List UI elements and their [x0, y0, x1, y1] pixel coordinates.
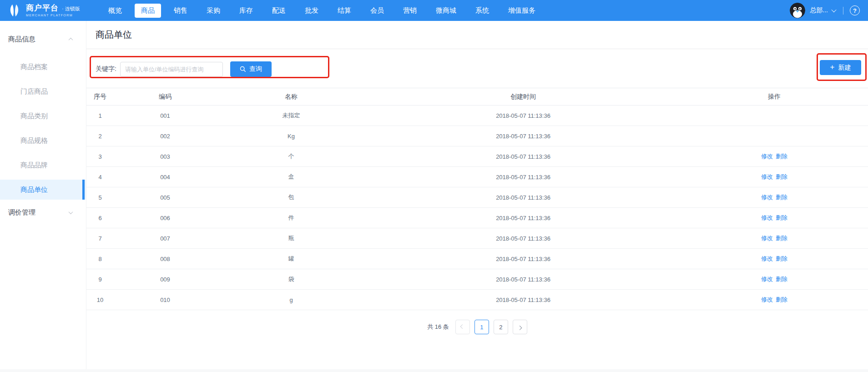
- cell-code: 010: [114, 290, 217, 310]
- cell-name: Kg: [217, 126, 366, 146]
- nav-item-11[interactable]: 微商城: [429, 4, 463, 18]
- table-row: 10010g2018-05-07 11:13:36修改删除: [86, 290, 868, 310]
- cell-actions: 修改删除: [681, 208, 868, 228]
- edit-link[interactable]: 修改: [761, 255, 773, 262]
- delete-link[interactable]: 删除: [776, 173, 787, 180]
- pagination-next-button[interactable]: [513, 320, 527, 334]
- sidebar-item[interactable]: 商品品牌: [0, 155, 86, 175]
- pagination-page-1[interactable]: 1: [474, 320, 489, 334]
- cell-name: 瓶: [217, 228, 366, 249]
- nav-item-8[interactable]: 结算: [331, 4, 358, 18]
- sidebar-group-label: 商品信息: [8, 35, 35, 44]
- query-button-label: 查询: [249, 65, 262, 73]
- sidebar-items: 商品档案门店商品商品类别商品规格商品品牌商品单位: [0, 57, 86, 200]
- cell-created: 2018-05-07 11:13:36: [366, 167, 681, 187]
- sidebar-item[interactable]: 商品档案: [0, 57, 86, 77]
- cell-actions: 修改删除: [681, 187, 868, 208]
- cell-code: 008: [114, 249, 217, 269]
- horizontal-scrollbar: [0, 369, 868, 372]
- nav-item-13[interactable]: 增值服务: [502, 4, 542, 18]
- search-icon: [240, 66, 246, 72]
- cell-code: 001: [114, 106, 217, 126]
- cell-code: 002: [114, 126, 217, 146]
- pagination-prev-button[interactable]: [455, 320, 470, 334]
- nav-item-1[interactable]: 概览: [102, 4, 128, 18]
- nav-item-3[interactable]: 销售: [167, 4, 194, 18]
- brand-text: 商户平台 · 连锁版 MERCHANT PLATFORM: [26, 4, 80, 17]
- cell-index: 10: [86, 290, 114, 310]
- cell-created: 2018-05-07 11:13:36: [366, 126, 681, 146]
- cell-index: 6: [86, 208, 114, 228]
- sidebar-item[interactable]: 商品类别: [0, 106, 86, 126]
- edit-link[interactable]: 修改: [761, 235, 773, 241]
- edit-link[interactable]: 修改: [761, 214, 773, 221]
- query-button[interactable]: 查询: [230, 61, 272, 77]
- edit-link[interactable]: 修改: [761, 153, 773, 160]
- cell-actions: 修改删除: [681, 290, 868, 310]
- topbar-divider: [843, 7, 843, 15]
- table-row: 1001未指定2018-05-07 11:13:36: [86, 106, 868, 126]
- cell-code: 009: [114, 269, 217, 290]
- table-body: 1001未指定2018-05-07 11:13:362002Kg2018-05-…: [86, 106, 868, 310]
- help-button[interactable]: ?: [850, 5, 860, 15]
- cell-name: 件: [217, 208, 366, 228]
- user-name[interactable]: 总部...: [810, 6, 828, 15]
- cell-index: 4: [86, 167, 114, 187]
- delete-link[interactable]: 删除: [776, 255, 787, 262]
- cell-created: 2018-05-07 11:13:36: [366, 187, 681, 208]
- nav-item-6[interactable]: 配送: [266, 4, 292, 18]
- nav-item-9[interactable]: 会员: [364, 4, 390, 18]
- nav-item-4[interactable]: 采购: [200, 4, 227, 18]
- cell-name: 盒: [217, 167, 366, 187]
- nav-item-7[interactable]: 批发: [298, 4, 325, 18]
- chevron-down-icon[interactable]: [831, 7, 836, 12]
- sidebar-item[interactable]: 商品单位: [0, 180, 86, 200]
- cell-actions: 修改删除: [681, 269, 868, 290]
- nav-item-10[interactable]: 营销: [397, 4, 423, 18]
- brand: 商户平台 · 连锁版 MERCHANT PLATFORM: [6, 3, 86, 18]
- column-header: 序号: [86, 88, 114, 106]
- sidebar-group-header[interactable]: 商品信息: [0, 33, 86, 45]
- cell-created: 2018-05-07 11:13:36: [366, 228, 681, 249]
- brand-name: 商户平台: [26, 4, 59, 13]
- search-input[interactable]: [120, 62, 223, 77]
- edit-link[interactable]: 修改: [761, 276, 773, 282]
- table-row: 4004盒2018-05-07 11:13:36修改删除: [86, 167, 868, 187]
- delete-link[interactable]: 删除: [776, 296, 787, 303]
- brand-logo-icon: [6, 3, 22, 18]
- nav-item-2[interactable]: 商品: [135, 4, 161, 18]
- edit-link[interactable]: 修改: [761, 296, 773, 303]
- nav-item-5[interactable]: 库存: [233, 4, 259, 18]
- page-title: 商品单位: [96, 28, 859, 41]
- table-row: 7007瓶2018-05-07 11:13:36修改删除: [86, 228, 868, 249]
- new-button[interactable]: + 新建: [820, 60, 861, 75]
- delete-link[interactable]: 删除: [776, 194, 787, 201]
- sidebar-group-header[interactable]: 调价管理: [0, 206, 86, 219]
- cell-code: 007: [114, 228, 217, 249]
- nav-item-12[interactable]: 系统: [469, 4, 495, 18]
- search-label: 关键字:: [96, 65, 116, 73]
- delete-link[interactable]: 删除: [776, 153, 787, 160]
- new-button-label: 新建: [838, 64, 851, 72]
- cell-actions: [681, 126, 868, 146]
- cell-name: 包: [217, 187, 366, 208]
- toolbar: 关键字: 查询: [96, 61, 859, 77]
- cell-created: 2018-05-07 11:13:36: [366, 269, 681, 290]
- sidebar-item[interactable]: 门店商品: [0, 81, 86, 101]
- cell-created: 2018-05-07 11:13:36: [366, 146, 681, 167]
- avatar[interactable]: [790, 3, 805, 18]
- column-header: 编码: [114, 88, 217, 106]
- pagination-page-2[interactable]: 2: [494, 320, 508, 334]
- delete-link[interactable]: 删除: [776, 276, 787, 282]
- column-header: 创建时间: [366, 88, 681, 106]
- brand-edition: · 连锁版: [62, 6, 80, 11]
- sidebar-item[interactable]: 商品规格: [0, 131, 86, 151]
- cell-created: 2018-05-07 11:13:36: [366, 106, 681, 126]
- edit-link[interactable]: 修改: [761, 194, 773, 201]
- brand-subtitle: MERCHANT PLATFORM: [26, 14, 80, 17]
- sidebar: 商品信息商品档案门店商品商品类别商品规格商品品牌商品单位调价管理: [0, 21, 86, 372]
- cell-name: 未指定: [217, 106, 366, 126]
- delete-link[interactable]: 删除: [776, 214, 787, 221]
- edit-link[interactable]: 修改: [761, 173, 773, 180]
- delete-link[interactable]: 删除: [776, 235, 787, 241]
